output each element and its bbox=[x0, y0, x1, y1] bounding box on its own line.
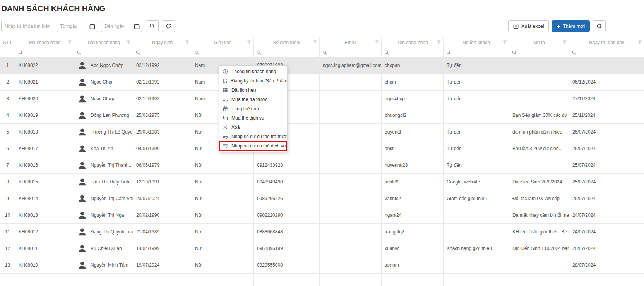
filter-icon[interactable] bbox=[502, 40, 507, 45]
search-icon bbox=[77, 50, 82, 55]
table-row[interactable]: 8 KH08015 Trần Thị Thúy Linh 12/10/1991 … bbox=[0, 174, 644, 190]
column-search-cell[interactable] bbox=[382, 48, 444, 57]
export-excel-button[interactable]: Xuất excel bbox=[508, 20, 549, 32]
cell-source: Khách hàng giới thiệu bbox=[444, 240, 509, 257]
table-row[interactable]: 4 KH08019 Đồng Lan Phương 25/03/1975 Nữ … bbox=[0, 107, 644, 124]
cell-username: huyenntt23 bbox=[382, 157, 444, 173]
table-row[interactable]: 13 KH08010 Nguyễn Minh Tâm 19/07/2024 Nữ… bbox=[0, 257, 644, 274]
table-row[interactable]: 11 KH08012 Đặng Thị Quỳnh Trang 21/04/19… bbox=[0, 224, 644, 240]
cell-last-visit: 25/07/2024 bbox=[569, 140, 644, 157]
context-menu-item-label: Mua thẻ trả trước bbox=[231, 97, 267, 102]
table-row[interactable]: 9 KH08014 Nguyễn Thị Cẩm Vân 23/07/2024 … bbox=[0, 190, 644, 207]
cell-description bbox=[509, 57, 569, 74]
to-date-input[interactable] bbox=[101, 21, 142, 32]
gift-icon bbox=[223, 106, 228, 111]
cell-source: Google, website bbox=[444, 174, 509, 190]
cell-username: ngocchop bbox=[382, 91, 444, 107]
customer-name-text: Ngọc Chớp bbox=[91, 96, 114, 101]
filter-icon[interactable] bbox=[185, 40, 190, 45]
cell-customer-code: KH08022 bbox=[15, 57, 74, 74]
filter-icon[interactable] bbox=[562, 40, 567, 45]
cell-description: Da mặt nhạy cảm bị nổi ma... bbox=[509, 207, 569, 223]
cell-email bbox=[320, 91, 382, 107]
column-header: Nguồn khách bbox=[444, 37, 509, 48]
cell-gender: Nữ bbox=[192, 174, 254, 190]
filler-cell bbox=[254, 274, 320, 286]
context-menu-item[interactable]: Đăng ký dịch vụ/Sản Phẩm bbox=[219, 76, 287, 86]
table-row[interactable]: 1 KH08022 Abc Ngọc Chớp 02/12/1992 Nam 0… bbox=[0, 57, 644, 74]
cell-customer-code: KH08015 bbox=[15, 174, 74, 190]
table-row[interactable]: 10 KH08013 Nguyễn Thị Nga 20/02/1990 Nữ … bbox=[0, 207, 644, 224]
cell-email bbox=[320, 257, 382, 273]
customer-name-text: Abc Ngọc Chớp bbox=[91, 63, 123, 68]
table-row[interactable]: 6 KH08017 Kha Thị An 04/01/1990 Nữ ankt … bbox=[0, 140, 644, 157]
column-search-cell[interactable] bbox=[509, 48, 569, 57]
table-row[interactable]: 2 KH08021 Ngọc Chip 02/12/1992 Nam chipn… bbox=[0, 74, 644, 91]
cell-description: da mụn phản cảm nhiều bbox=[509, 124, 569, 140]
cell-dob: 23/07/2024 bbox=[133, 190, 192, 207]
context-menu-item[interactable]: Mua thẻ dịch vụ bbox=[219, 113, 287, 123]
context-menu-item[interactable]: Mua thẻ trả trước bbox=[219, 95, 287, 104]
table-header-row: STT Mã khách hàng Tên khách hàng Ngày si… bbox=[0, 37, 644, 48]
search-input[interactable] bbox=[1, 21, 53, 32]
customer-name-text: Nguyễn Thị Thanh... bbox=[91, 163, 132, 168]
column-search-cell[interactable] bbox=[254, 48, 320, 57]
table-row[interactable]: 5 KH08018 Trương Thị Lệ Quyên 29/08/1983… bbox=[0, 124, 644, 140]
from-date-input[interactable] bbox=[57, 21, 98, 32]
cell-source: Tự đến bbox=[444, 74, 509, 90]
cell-customer-code: KH08012 bbox=[15, 224, 74, 240]
cell-source: Tự đến bbox=[444, 57, 509, 74]
context-menu-item[interactable]: Nhập số dư cũ thẻ dịch vụ bbox=[219, 141, 287, 151]
cell-customer-code: KH08018 bbox=[15, 124, 74, 140]
filter-icon[interactable] bbox=[247, 40, 252, 45]
cell-dob: 20/02/1990 bbox=[133, 207, 192, 223]
context-menu-item[interactable]: Nhập số dư cũ thẻ trả trước bbox=[219, 132, 287, 141]
customer-name-text: Ngọc Chip bbox=[91, 79, 112, 85]
column-header-label: Mô tả bbox=[533, 40, 545, 45]
context-menu-item[interactable]: Tặng thẻ quà bbox=[219, 104, 287, 113]
column-search-cell[interactable] bbox=[0, 48, 15, 57]
filter-icon[interactable] bbox=[313, 40, 317, 45]
refresh-button[interactable] bbox=[162, 20, 175, 32]
context-menu-item[interactable]: Xoá bbox=[219, 123, 287, 132]
column-search-cell[interactable] bbox=[320, 48, 382, 57]
filter-icon[interactable] bbox=[637, 40, 642, 45]
filter-icon[interactable] bbox=[67, 40, 72, 45]
cell-phone: 0961896199 bbox=[254, 240, 320, 257]
cell-stt: 6 bbox=[0, 140, 15, 157]
cell-stt: 10 bbox=[0, 207, 15, 223]
avatar-icon bbox=[77, 127, 87, 137]
filter-icon[interactable] bbox=[437, 40, 441, 45]
cell-email bbox=[320, 140, 382, 157]
table-row[interactable]: 3 KH08020 Ngọc Chớp 02/12/1992 Nam ngocc… bbox=[0, 91, 644, 107]
context-menu-item[interactable]: Thông tin khách hàng bbox=[219, 67, 287, 76]
search-button[interactable] bbox=[146, 20, 159, 32]
delete-icon bbox=[223, 125, 228, 130]
cell-username: ankt bbox=[382, 140, 444, 157]
column-header-label: STT bbox=[3, 40, 12, 45]
table-row[interactable]: 12 KH08011 Vũ Chiều Xuân 14/04/1999 Nữ 0… bbox=[0, 240, 644, 257]
column-search-cell[interactable] bbox=[74, 48, 133, 57]
avatar-icon bbox=[77, 227, 87, 237]
row-context-menu: Thông tin khách hàng Đăng ký dịch vụ/Sản… bbox=[219, 65, 288, 152]
refresh-icon bbox=[166, 23, 171, 29]
prepaid-card-icon bbox=[223, 143, 228, 149]
settings-button[interactable]: ⚙ bbox=[593, 20, 606, 32]
table-row[interactable]: 7 KH08016 Nguyễn Thị Thanh... 06/06/1979… bbox=[0, 157, 644, 174]
cell-customer-code: KH08011 bbox=[15, 240, 74, 257]
add-new-button[interactable]: + Thêm mới bbox=[552, 20, 590, 32]
filter-icon[interactable] bbox=[375, 40, 379, 45]
column-search-cell[interactable] bbox=[15, 48, 74, 57]
context-menu-item[interactable]: Đặt lịch hẹn bbox=[219, 86, 287, 95]
column-search-cell[interactable] bbox=[444, 48, 509, 57]
cell-stt: 4 bbox=[0, 107, 15, 123]
cell-description bbox=[509, 74, 569, 90]
column-search-cell[interactable] bbox=[192, 48, 254, 57]
to-date-wrap bbox=[101, 21, 142, 32]
column-header: Mã khách hàng bbox=[15, 37, 74, 48]
column-search-cell[interactable] bbox=[133, 48, 192, 57]
cell-username: linhttt9 bbox=[382, 174, 444, 190]
filter-icon[interactable] bbox=[126, 40, 131, 45]
cell-customer-code: KH08013 bbox=[15, 207, 74, 223]
column-search-cell[interactable] bbox=[569, 48, 644, 57]
